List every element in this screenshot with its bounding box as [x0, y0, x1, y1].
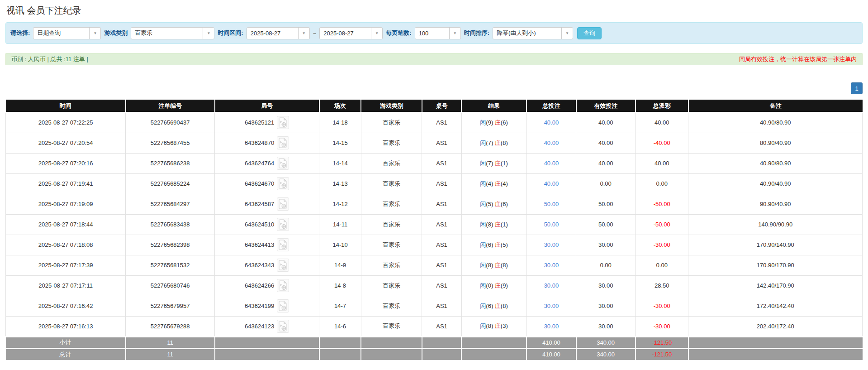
banker-result-value: (3): [501, 322, 508, 329]
time-sort-select[interactable]: 降幂(由大到小) ▼: [493, 27, 573, 39]
banker-result-label: 庄: [495, 139, 501, 146]
total-bet-link[interactable]: 40.00: [544, 180, 559, 187]
search-button[interactable]: 查询: [577, 27, 602, 39]
game-category-value: 百家乐: [131, 29, 203, 37]
table-no-cell: AS1: [422, 316, 461, 336]
video-replay-icon[interactable]: [277, 157, 289, 170]
page-size-value: 100: [415, 30, 449, 37]
total-bet-link[interactable]: 50.00: [544, 221, 559, 228]
note-cell: 80.90/40.90: [688, 133, 863, 153]
filter-panel: 请选择: 日期查询 ▼ 游戏类别 百家乐 ▼ 时间区间: 2025-08-27 …: [5, 22, 863, 44]
round-id-inner: 643624123: [245, 320, 289, 333]
column-header-3: 场次: [319, 100, 361, 112]
table-row: 2025-08-27 07:19:09522765684297643624587…: [6, 194, 863, 214]
header-row: 时间注单编号局号场次游戏类别桌号结果总投注有效投注总派彩备注: [6, 100, 863, 112]
total-bet-cell: 30.00: [526, 316, 576, 336]
round-id-value: 643624266: [245, 282, 274, 289]
payout-cell: -50.00: [636, 194, 688, 214]
time-cell: 2025-08-27 07:20:54: [6, 133, 126, 153]
game-category-select[interactable]: 百家乐 ▼: [131, 27, 214, 39]
footer-valid-bet-cell: 340.00: [576, 336, 636, 348]
table-row: 2025-08-27 07:16:42522765679957643624199…: [6, 296, 863, 316]
session-cell: 14-6: [319, 316, 361, 336]
column-header-7: 总投注: [526, 100, 576, 112]
video-replay-icon[interactable]: [277, 177, 289, 190]
total-bet-link[interactable]: 50.00: [544, 201, 559, 207]
video-replay-icon[interactable]: [277, 279, 289, 292]
footer-empty-cell: [461, 348, 526, 360]
date-to-select[interactable]: 2025-08-27 ▼: [319, 27, 383, 39]
table-row: 2025-08-27 07:22:25522765690437643625121…: [6, 112, 863, 133]
footer-payout-cell: -121.50: [636, 336, 688, 348]
banker-result-value: (1): [501, 221, 508, 228]
total-bet-cell: 30.00: [526, 255, 576, 275]
total-bet-link[interactable]: 30.00: [544, 241, 559, 248]
video-replay-icon[interactable]: [277, 116, 289, 129]
total-bet-link[interactable]: 30.00: [544, 303, 559, 309]
payout-cell: 28.50: [636, 275, 688, 296]
valid-bet-cell: 40.00: [576, 112, 636, 133]
video-replay-icon[interactable]: [277, 238, 289, 251]
player-result-value: (8): [486, 262, 495, 269]
result-cell: 闲(6) 庄(5): [461, 235, 526, 255]
footer-empty-cell: [215, 336, 319, 348]
banker-result-value: (1): [501, 160, 508, 167]
total-bet-link[interactable]: 30.00: [544, 262, 559, 269]
round-id-inner: 643624413: [245, 238, 289, 251]
valid-bet-cell: 30.00: [576, 275, 636, 296]
note-cell: 140.90/90.90: [688, 214, 863, 235]
valid-bet-cell: 30.00: [576, 235, 636, 255]
valid-bet-cell: 0.00: [576, 255, 636, 275]
round-id-value: 643624670: [245, 180, 274, 187]
query-type-select[interactable]: 日期查询 ▼: [33, 27, 101, 39]
total-bet-link[interactable]: 40.00: [544, 139, 559, 146]
video-replay-icon[interactable]: [277, 320, 289, 333]
game-category-label: 游戏类别: [104, 29, 128, 37]
banker-result-label: 庄: [495, 180, 501, 187]
note-cell: 170.90/170.90: [688, 255, 863, 275]
time-cell: 2025-08-27 07:16:13: [6, 316, 126, 336]
valid-bet-cell: 50.00: [576, 194, 636, 214]
payout-cell: -30.00: [636, 296, 688, 316]
round-id-cell: 643624266: [215, 275, 319, 296]
round-id-cell: 643624510: [215, 214, 319, 235]
valid-bet-cell: 30.00: [576, 316, 636, 336]
bet-id-cell: 522765679957: [126, 296, 215, 316]
chevron-down-icon: ▼: [561, 28, 573, 39]
video-replay-icon[interactable]: [277, 259, 289, 272]
bet-id-cell: 522765682398: [126, 235, 215, 255]
video-replay-icon[interactable]: [277, 299, 289, 312]
session-cell: 14-7: [319, 296, 361, 316]
game-category-cell: 百家乐: [361, 112, 422, 133]
total-bet-link[interactable]: 30.00: [544, 282, 559, 289]
player-result-label: 闲: [480, 262, 486, 269]
round-id-cell: 643624199: [215, 296, 319, 316]
table-row: 2025-08-27 07:18:44522765683438643624510…: [6, 214, 863, 235]
chevron-down-icon: ▼: [203, 28, 214, 39]
round-id-value: 643624199: [245, 303, 274, 309]
round-id-inner: 643625121: [245, 116, 289, 129]
round-id-value: 643624413: [245, 241, 274, 248]
date-from-select[interactable]: 2025-08-27 ▼: [247, 27, 310, 39]
video-replay-icon[interactable]: [277, 136, 289, 149]
column-header-1: 注单编号: [126, 100, 215, 112]
page-button-1[interactable]: 1: [851, 82, 863, 94]
footer-empty-cell: [215, 348, 319, 360]
player-result-label: 闲: [480, 303, 486, 309]
round-id-inner: 643624870: [245, 136, 289, 149]
round-id-inner: 643624670: [245, 177, 289, 190]
payout-cell: -50.00: [636, 214, 688, 235]
table-no-cell: AS1: [422, 275, 461, 296]
table-footer: 小计11410.00340.00-121.50总计11410.00340.00-…: [6, 336, 863, 360]
video-replay-icon[interactable]: [277, 218, 289, 231]
total-bet-link[interactable]: 40.00: [544, 119, 559, 126]
total-bet-link[interactable]: 40.00: [544, 160, 559, 167]
page-size-select[interactable]: 100 ▼: [415, 27, 461, 39]
total-bet-link[interactable]: 30.00: [544, 323, 559, 330]
column-header-6: 结果: [461, 100, 526, 112]
game-category-cell: 百家乐: [361, 235, 422, 255]
video-replay-icon[interactable]: [277, 197, 289, 211]
player-result-label: 闲: [480, 282, 486, 289]
player-result-value: (6): [486, 303, 495, 309]
banker-result-value: (9): [501, 282, 508, 289]
